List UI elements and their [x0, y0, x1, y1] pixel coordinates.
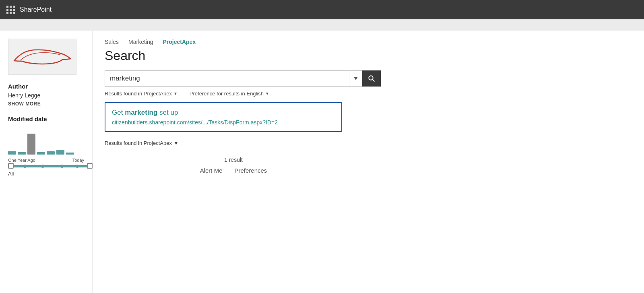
second-results-section-label[interactable]: Results found in ProjectApex ▼ [105, 140, 632, 146]
chart-label-left: One Year Ago [8, 158, 35, 163]
chart-label-right: Today [72, 158, 84, 163]
main-content: Sales Marketing ProjectApex Search [93, 31, 644, 293]
slider-right-handle[interactable] [87, 163, 93, 169]
author-name[interactable]: Henry Legge [8, 92, 84, 99]
slider-dot-2 [41, 165, 44, 168]
main-wrapper: Author Henry Legge SHOW MORE Modified da… [0, 31, 644, 293]
modified-date-section: Modified date One Year Ago Today [8, 116, 84, 177]
slider-dot-1 [23, 165, 27, 168]
result-card[interactable]: Get marketing set up citizenbuilders.sha… [105, 102, 342, 132]
chart-bar-4 [37, 152, 45, 155]
second-section-text: Results found in ProjectApex [105, 140, 172, 146]
tab-sales[interactable]: Sales [105, 39, 119, 46]
scope-filter-arrow: ▼ [173, 91, 178, 96]
second-section-arrow: ▼ [173, 140, 179, 146]
search-box [105, 70, 362, 87]
result-title-bold: marketing [125, 109, 157, 116]
chart-bar-7 [66, 153, 74, 155]
author-section-title: Author [8, 83, 84, 90]
breadcrumb-tabs: Sales Marketing ProjectApex [105, 39, 632, 46]
slider-dot-3 [60, 165, 64, 168]
slider-left-handle[interactable] [8, 163, 14, 169]
language-filter-label: Preference for results in English [190, 91, 264, 97]
search-icon [368, 75, 375, 82]
modified-date-chart [8, 126, 84, 155]
chart-bar-2 [18, 152, 26, 155]
alert-me-link[interactable]: Alert Me [200, 167, 223, 174]
svg-point-1 [369, 76, 373, 80]
chart-axis-labels: One Year Ago Today [8, 158, 84, 163]
search-submit-button[interactable] [362, 70, 381, 87]
result-title-prefix: Get [112, 109, 125, 116]
tab-marketing[interactable]: Marketing [128, 39, 153, 46]
date-range-slider[interactable] [8, 165, 93, 167]
chart-bar-5 [47, 151, 55, 155]
page-title: Search [105, 48, 632, 63]
scope-filter[interactable]: Results found in ProjectApex ▼ [105, 91, 178, 97]
tab-projectapex[interactable]: ProjectApex [163, 39, 196, 46]
app-title: SharePoint [20, 6, 52, 13]
filter-row: Results found in ProjectApex ▼ Preferenc… [105, 91, 632, 97]
results-footer: 1 result Alert Me Preferences [105, 153, 362, 174]
svg-line-2 [372, 79, 374, 81]
subheader-strip [0, 19, 644, 31]
chart-bar-3 [27, 134, 35, 155]
all-label: All [8, 171, 84, 177]
modified-date-title: Modified date [8, 116, 84, 122]
app-launcher-icon[interactable] [6, 6, 15, 14]
preferences-link[interactable]: Preferences [234, 167, 267, 174]
results-count: 1 result [105, 157, 362, 163]
result-title-suffix: set up [157, 109, 178, 116]
top-navigation: SharePoint [0, 0, 644, 19]
slider-dot-4 [76, 165, 79, 168]
sidebar: Author Henry Legge SHOW MORE Modified da… [0, 31, 93, 293]
show-more-button[interactable]: SHOW MORE [8, 101, 84, 107]
chart-bar-1 [8, 151, 16, 155]
results-actions: Alert Me Preferences [105, 167, 362, 174]
search-input[interactable] [105, 71, 349, 86]
search-dropdown-button[interactable] [349, 71, 362, 86]
result-url[interactable]: citizenbuilders.sharepoint.com/sites/...… [112, 119, 335, 126]
site-logo [8, 39, 76, 75]
language-filter-arrow: ▼ [265, 91, 269, 96]
chart-bar-6 [56, 150, 64, 155]
search-row [105, 70, 632, 87]
chevron-down-icon [354, 77, 358, 80]
svg-marker-0 [354, 77, 358, 80]
scope-filter-label: Results found in ProjectApex [105, 91, 172, 97]
language-filter[interactable]: Preference for results in English ▼ [190, 91, 269, 97]
result-title: Get marketing set up [112, 109, 335, 117]
